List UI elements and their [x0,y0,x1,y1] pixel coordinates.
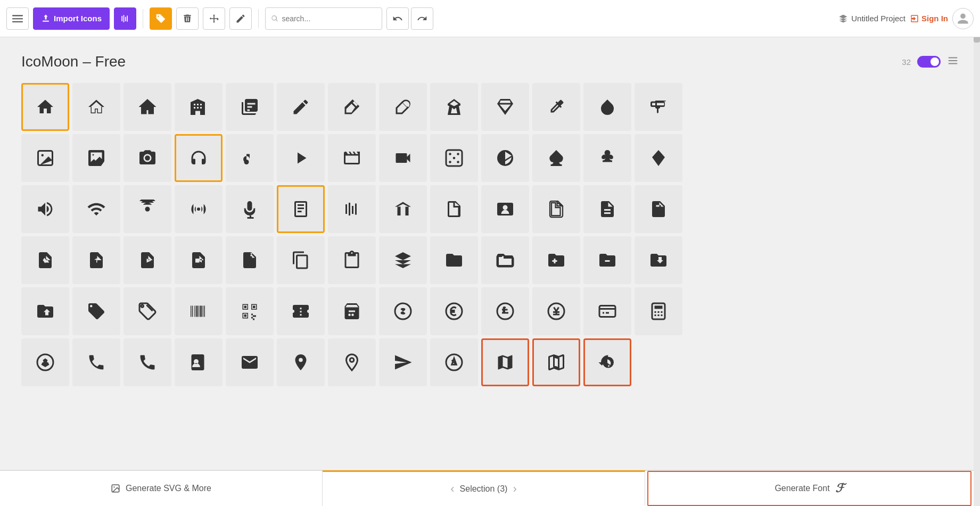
icon-cell-pricetag[interactable] [72,287,120,335]
icon-cell-image1[interactable] [21,134,69,182]
grid-view-button[interactable] [947,55,959,69]
icon-cell-location[interactable] [328,338,376,386]
toggle-switch[interactable] [917,56,941,68]
icon-cell-pin[interactable] [277,338,325,386]
icon-cell-folder2[interactable] [481,236,529,284]
icon-cell-folderdown[interactable] [635,236,682,284]
icon-cell-file1[interactable] [532,185,580,233]
library-button[interactable] [114,7,136,30]
icon-cell-videocam[interactable] [379,134,427,182]
icon-cell-book[interactable] [277,185,325,233]
icon-cell-layers[interactable] [379,236,427,284]
icon-cell-eyedropper[interactable] [532,83,580,131]
icon-cell-file2[interactable] [583,185,631,233]
generate-font-section[interactable]: Generate Font ℱ [647,471,971,506]
icon-cell-filemusic[interactable] [72,236,120,284]
icon-cell-paintroller[interactable] [635,83,682,131]
qr-code-icon [240,302,259,321]
icon-cell-image2[interactable] [72,134,120,182]
icon-cell-soccer[interactable] [21,338,69,386]
selection-section[interactable]: ‹ Selection (3) › [323,470,645,505]
icon-cell-map1[interactable] [481,338,529,386]
icon-cell-club[interactable] [583,134,631,182]
icon-cell-qrcode[interactable] [226,287,274,335]
chevron-left-icon[interactable]: ‹ [450,482,454,496]
icon-cell-library[interactable] [379,185,427,233]
icon-cell-spade[interactable] [532,134,580,182]
icon-cell-broadcast[interactable] [123,185,171,233]
edit-button[interactable] [229,7,252,30]
icon-cell-barcode[interactable] [175,287,223,335]
icon-cell-droplet[interactable] [583,83,631,131]
icon-cell-home2[interactable] [72,83,120,131]
icon-cell-microphone[interactable] [226,185,274,233]
import-icons-button[interactable]: Import Icons [33,7,110,30]
icon-cell-cart[interactable] [328,287,376,335]
icon-cell-newspaper[interactable] [226,83,274,131]
icon-cell-compass[interactable] [430,338,478,386]
icon-cell-pencil1[interactable] [277,83,325,131]
icon-cell-creditcard[interactable] [583,287,631,335]
chevron-right-icon[interactable]: › [513,482,516,496]
icon-cell-pen2[interactable] [481,83,529,131]
icon-cell-megaphone[interactable] [21,185,69,233]
icon-cell-play[interactable] [277,134,325,182]
icon-cell-fileimage[interactable] [21,236,69,284]
icon-cell-nib[interactable] [430,83,478,131]
icon-cell-zip[interactable] [226,236,274,284]
undo-button[interactable] [386,7,409,30]
icon-cell-phonehang[interactable] [123,338,171,386]
icon-cell-ticket[interactable] [277,287,325,335]
icon-cell-tags[interactable] [123,287,171,335]
avatar[interactable] [952,8,974,29]
redo-button[interactable] [411,7,433,30]
icon-cell-pound[interactable] [481,287,529,335]
icon-cell-history[interactable] [583,338,631,386]
icon-cell-yen[interactable] [532,287,580,335]
icon-cell-film[interactable] [328,134,376,182]
pen-icon-1 [342,97,361,117]
phone-hang-icon [138,353,157,372]
icon-cell-folderminus[interactable] [583,236,631,284]
search-input[interactable] [282,14,376,23]
icon-cell-home1[interactable] [21,83,69,131]
icon-cell-filevideo[interactable] [123,236,171,284]
icon-cell-paste[interactable] [328,236,376,284]
icon-cell-home3[interactable] [123,83,171,131]
icon-cell-envelope[interactable] [226,338,274,386]
menu-button[interactable] [6,7,29,30]
icon-cell-dollar[interactable] [379,287,427,335]
folder-upload-icon [36,302,55,321]
icon-cell-euro[interactable] [430,287,478,335]
tag-button[interactable] [150,7,172,30]
icon-cell-signal[interactable] [175,185,223,233]
icon-cell-books[interactable] [328,185,376,233]
icon-cell-file3[interactable] [635,185,682,233]
icon-cell-folderup[interactable] [21,287,69,335]
icon-cell-send[interactable] [379,338,427,386]
icon-cell-folderplus[interactable] [532,236,580,284]
generate-svg-section[interactable]: Generate SVG & More [0,471,323,506]
icon-cell-filevideocam[interactable] [175,236,223,284]
icon-cell-phone[interactable] [72,338,120,386]
icon-cell-document1[interactable] [430,185,478,233]
icon-cell-addressbook[interactable] [175,338,223,386]
icon-cell-camera[interactable] [123,134,171,182]
icon-cell-contact[interactable] [481,185,529,233]
delete-button[interactable] [176,7,199,30]
icon-cell-feather[interactable] [379,83,427,131]
sign-in-button[interactable]: Sign In [910,14,948,23]
icon-cell-map2[interactable] [532,338,580,386]
icon-cell-folder1[interactable] [430,236,478,284]
icon-cell-pen1[interactable] [328,83,376,131]
icon-cell-wifi[interactable] [72,185,120,233]
icon-cell-copy[interactable] [277,236,325,284]
icon-cell-building[interactable] [175,83,223,131]
icon-cell-dice[interactable] [430,134,478,182]
icon-cell-calculator[interactable] [635,287,682,335]
icon-cell-diamond[interactable] [635,134,682,182]
move-button[interactable] [203,7,225,30]
icon-cell-music[interactable] [226,134,274,182]
icon-cell-headphones[interactable] [175,134,223,182]
icon-cell-pacman[interactable] [481,134,529,182]
